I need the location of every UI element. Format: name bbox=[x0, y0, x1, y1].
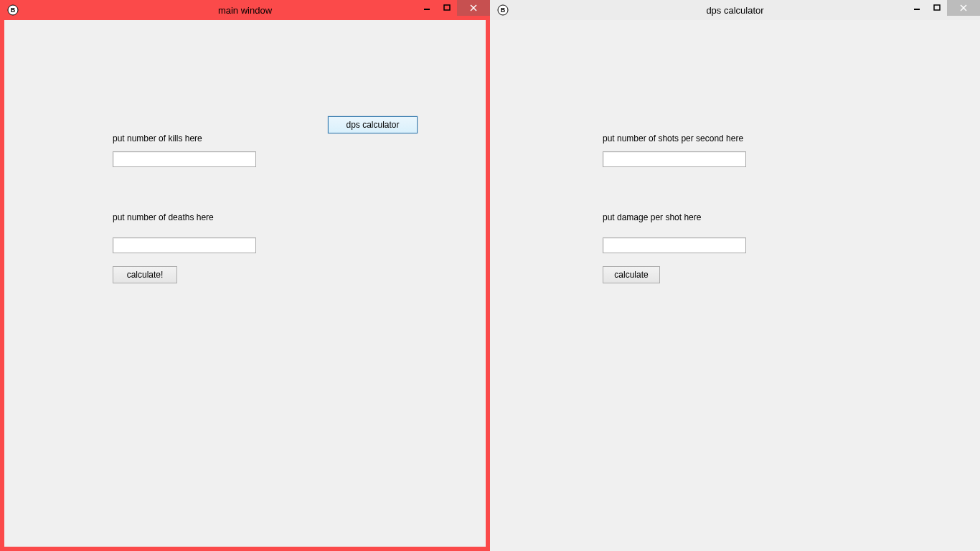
kills-label: put number of kills here bbox=[113, 133, 202, 143]
main-window: B main window put number of kills here d… bbox=[0, 0, 490, 551]
maximize-button[interactable] bbox=[927, 0, 947, 16]
shots-input[interactable] bbox=[603, 151, 746, 167]
svg-rect-9 bbox=[934, 5, 940, 10]
dps-calculator-window: B dps calculator put number of shots per… bbox=[490, 0, 980, 551]
window-controls-dps bbox=[907, 0, 980, 16]
titlebar-main[interactable]: B main window bbox=[0, 0, 490, 20]
svg-rect-3 bbox=[444, 5, 450, 10]
window-title-dps: dps calculator bbox=[706, 5, 763, 16]
svg-text:B: B bbox=[501, 6, 506, 14]
svg-text:B: B bbox=[11, 6, 16, 14]
kills-input[interactable] bbox=[113, 151, 256, 167]
app-icon: B bbox=[7, 4, 19, 16]
minimize-button[interactable] bbox=[417, 0, 437, 16]
client-area-main: put number of kills here dps calculator … bbox=[4, 20, 486, 547]
shots-label: put number of shots per second here bbox=[603, 133, 743, 143]
deaths-label: put number of deaths here bbox=[113, 212, 214, 222]
calculate-button-main[interactable]: calculate! bbox=[113, 266, 177, 283]
close-button[interactable] bbox=[947, 0, 980, 16]
calculate-button-dps[interactable]: calculate bbox=[603, 266, 660, 283]
deaths-input[interactable] bbox=[113, 237, 256, 253]
titlebar-dps[interactable]: B dps calculator bbox=[490, 0, 980, 20]
damage-input[interactable] bbox=[603, 237, 746, 253]
minimize-button[interactable] bbox=[907, 0, 927, 16]
window-controls-main bbox=[417, 0, 490, 16]
maximize-button[interactable] bbox=[437, 0, 457, 16]
app-icon: B bbox=[497, 4, 509, 16]
damage-label: put damage per shot here bbox=[603, 212, 701, 222]
close-button[interactable] bbox=[457, 0, 490, 16]
window-title-main: main window bbox=[218, 5, 272, 16]
client-area-dps: put number of shots per second here put … bbox=[490, 20, 980, 551]
dps-calculator-button[interactable]: dps calculator bbox=[328, 116, 418, 133]
